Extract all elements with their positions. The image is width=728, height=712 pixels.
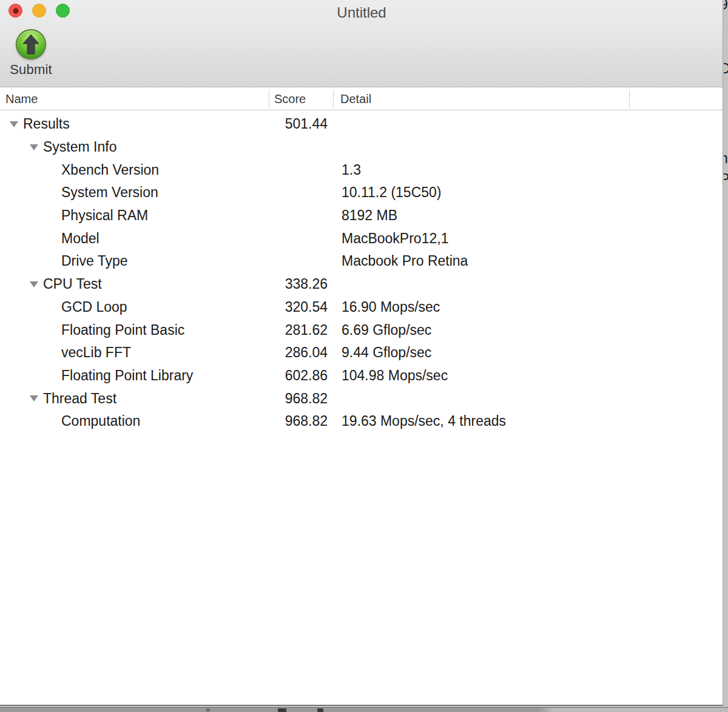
background-artifact [206,708,210,711]
row-detail: MacBookPro12,1 [328,230,448,247]
row-name-cell: Xbench Version [0,162,269,178]
row-score: 968.82 [269,391,328,407]
row-name: Drive Type [61,253,128,269]
window-chrome: Untitled Submit [0,0,723,87]
table-row[interactable]: Model MacBookPro12,1 [0,227,723,250]
row-name-cell: Model [0,230,269,247]
row-name: GCD Loop [61,299,127,315]
row-score: 501.44 [269,116,328,132]
row-name-cell: System Version [0,184,269,201]
row-name-cell: GCD Loop [0,299,269,315]
table-row[interactable]: Floating Point Library 602.86 104.98 Mop… [0,364,723,388]
background-text-fragment: P [724,171,728,187]
row-name-cell: Thread Test [0,391,269,407]
row-detail: 9.44 Gflop/sec [328,344,431,361]
row-name: Physical RAM [61,207,148,224]
row-score: 281.62 [269,322,328,338]
row-name-cell: Physical RAM [0,207,269,224]
column-divider[interactable] [269,90,269,108]
row-detail: 1.3 [328,162,361,178]
row-name: Results [23,116,70,132]
column-header-detail[interactable]: Detail [340,92,371,106]
row-name-cell: vecLib FFT [0,344,269,361]
table-header: Name Score Detail [0,88,723,110]
row-name: Thread Test [43,391,116,407]
row-name: System Version [61,184,158,201]
row-detail: 8192 MB [328,207,397,224]
row-name: CPU Test [43,276,102,292]
row-score: 338.26 [269,276,328,292]
table-row[interactable]: Drive Type Macbook Pro Retina [0,250,723,273]
row-name-cell: Results [0,116,269,132]
background-text-fragment: D [724,61,728,77]
table-row[interactable]: Xbench Version 1.3 [0,158,723,181]
table-row[interactable]: vecLib FFT 286.04 9.44 Gflop/sec [0,341,723,364]
submit-button-label: Submit [8,62,53,78]
background-text-fragment: h [724,150,728,167]
background-artifact [278,708,286,712]
row-detail: 19.63 Mops/sec, 4 threads [328,413,506,429]
row-score: 286.04 [269,344,328,361]
table-row[interactable]: GCD Loop 320.54 16.90 Mops/sec [0,296,723,319]
row-score: 320.54 [269,299,328,315]
row-detail: 104.98 Mops/sec [328,368,448,384]
table-row[interactable]: Computation 968.82 19.63 Mops/sec, 4 thr… [0,410,723,433]
disclosure-triangle-icon[interactable] [30,144,38,150]
row-detail: 10.11.2 (15C50) [328,184,442,201]
row-name: vecLib FFT [61,344,131,361]
row-name: Model [61,230,99,247]
results-outline-table: Results 501.44 System Info Xbench Versio… [0,111,723,433]
row-name: Computation [61,413,140,429]
table-row[interactable]: Thread Test 968.82 [0,387,723,410]
row-name-cell: Computation [0,413,269,429]
column-header-name[interactable]: Name [5,92,38,106]
row-name: Floating Point Library [61,368,193,384]
background-bottom-edge [0,707,728,712]
table-row[interactable]: Physical RAM 8192 MB [0,204,723,227]
row-name-cell: CPU Test [0,276,269,292]
column-header-score[interactable]: Score [274,92,306,106]
row-score: 602.86 [269,368,328,384]
row-name: System Info [43,139,116,155]
background-artifact [317,708,323,712]
column-divider[interactable] [333,90,334,108]
table-row[interactable]: Results 501.44 [0,113,723,136]
row-name: Xbench Version [61,162,159,178]
table-row[interactable]: CPU Test 338.26 [0,273,723,296]
table-row[interactable]: System Version 10.11.2 (15C50) [0,181,723,204]
row-name-cell: Floating Point Basic [0,322,269,338]
row-name: Floating Point Basic [61,322,184,338]
row-detail: Macbook Pro Retina [328,253,468,269]
disclosure-triangle-icon[interactable] [30,395,38,401]
disclosure-triangle-icon[interactable] [10,121,18,127]
table-row[interactable]: Floating Point Basic 281.62 6.69 Gflop/s… [0,318,723,341]
upload-arrow-icon [16,29,46,59]
table-row[interactable]: System Info [0,136,723,159]
background-window-edge: 9DhP [724,0,728,712]
row-name-cell: Drive Type [0,253,269,269]
row-detail: 16.90 Mops/sec [328,299,440,315]
row-detail: 6.69 Gflop/sec [328,322,431,338]
row-score: 968.82 [269,413,328,429]
submit-button[interactable]: Submit [8,29,53,78]
xbench-window: Untitled Submit Name Score Detail Result… [0,0,723,706]
window-title: Untitled [0,4,723,21]
column-divider[interactable] [629,90,630,108]
row-name-cell: System Info [0,139,269,155]
row-name-cell: Floating Point Library [0,368,269,384]
disclosure-triangle-icon[interactable] [30,281,38,287]
background-text-fragment: 9 [724,0,728,13]
